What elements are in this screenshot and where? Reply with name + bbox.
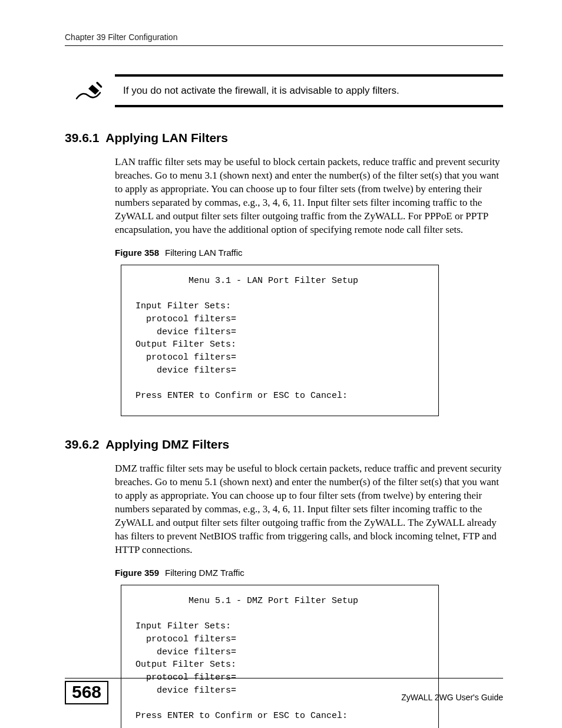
body-paragraph: DMZ traffic filter sets may be useful to… — [115, 462, 503, 557]
running-head: Chapter 39 Filter Configuration — [65, 32, 503, 46]
figure-label: Figure 358 — [115, 248, 159, 258]
handwriting-note-icon — [74, 80, 103, 106]
figure-title: Filtering DMZ Traffic — [165, 568, 244, 578]
section-heading-dmz-filters: 39.6.2 Applying DMZ Filters — [65, 437, 503, 452]
page-footer: 568 ZyWALL 2WG User's Guide — [65, 678, 503, 704]
page: Chapter 39 Filter Configuration If you d… — [0, 0, 562, 728]
guide-title: ZyWALL 2WG User's Guide — [401, 693, 503, 704]
figure-caption-358: Figure 358Filtering LAN Traffic — [115, 248, 503, 258]
terminal-text: Menu 3.1 - LAN Port Filter Setup Input F… — [135, 275, 424, 403]
note-callout: If you do not activate the firewall, it … — [115, 74, 503, 107]
section-number: 39.6.2 — [65, 437, 99, 451]
section-heading-lan-filters: 39.6.1 Applying LAN Filters — [65, 131, 503, 145]
figure-label: Figure 359 — [115, 568, 159, 578]
terminal-lan-filter-setup: Menu 3.1 - LAN Port Filter Setup Input F… — [121, 265, 439, 417]
footer-rule — [65, 678, 503, 678]
figure-caption-359: Figure 359Filtering DMZ Traffic — [115, 568, 503, 578]
page-number: 568 — [65, 681, 108, 704]
section-number: 39.6.1 — [65, 131, 99, 144]
note-text: If you do not activate the firewall, it … — [123, 85, 399, 96]
body-paragraph: LAN traffic filter sets may be useful to… — [115, 156, 503, 237]
section-title: Applying LAN Filters — [105, 131, 228, 144]
terminal-dmz-filter-setup: Menu 5.1 - DMZ Port Filter Setup Input F… — [121, 585, 439, 728]
section-title: Applying DMZ Filters — [105, 437, 229, 451]
footer-row: 568 ZyWALL 2WG User's Guide — [65, 681, 503, 704]
figure-title: Filtering LAN Traffic — [165, 248, 242, 258]
